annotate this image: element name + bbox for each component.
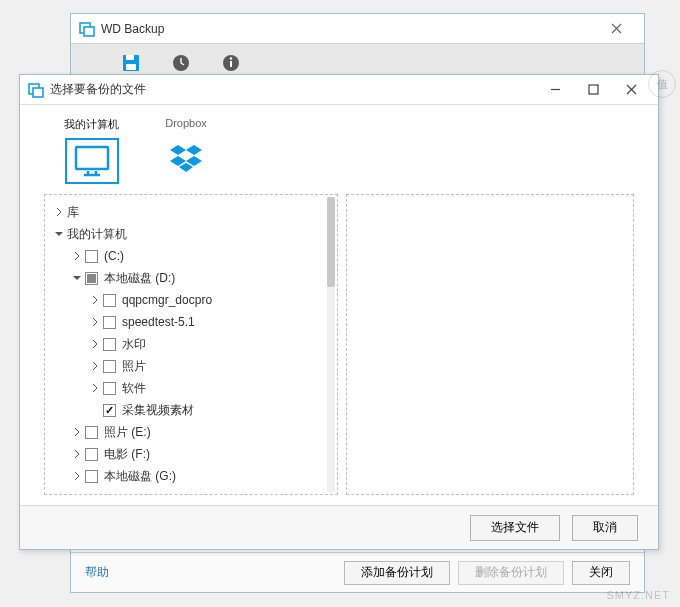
expander-icon[interactable] (89, 316, 101, 328)
select-files-dialog: 选择要备份的文件 我的计算机 Dropbox (19, 74, 659, 550)
floppy-icon (121, 53, 141, 73)
svg-rect-11 (589, 85, 598, 94)
expander-icon[interactable] (89, 382, 101, 394)
svg-rect-4 (126, 64, 136, 70)
checkbox[interactable] (103, 338, 116, 351)
expander-icon[interactable] (71, 426, 83, 438)
source-dropbox-label: Dropbox (159, 117, 213, 129)
tree-node-photos-e[interactable]: 照片 (E:) (49, 421, 333, 443)
node-label: 我的计算机 (67, 226, 127, 243)
tree-node-caiji[interactable]: 采集视频素材 (49, 399, 333, 421)
tree-node-ruanjian[interactable]: 软件 (49, 377, 333, 399)
node-label: 采集视频素材 (122, 402, 194, 419)
node-label: 本地磁盘 (G:) (104, 468, 176, 485)
expander-icon[interactable] (71, 470, 83, 482)
svg-rect-3 (126, 55, 134, 60)
node-label: qqpcmgr_docpro (122, 293, 212, 307)
svg-rect-10 (33, 88, 43, 97)
source-my-computer[interactable]: 我的计算机 (64, 117, 119, 184)
svg-rect-7 (230, 61, 232, 67)
tree-node-drive-d[interactable]: 本地磁盘 (D:) (49, 267, 333, 289)
node-label: 本地磁盘 (D:) (104, 270, 175, 287)
expander-icon[interactable] (89, 294, 101, 306)
select-files-button[interactable]: 选择文件 (470, 515, 560, 541)
expander-icon[interactable] (89, 338, 101, 350)
dialog-footer: 选择文件 取消 (20, 505, 658, 549)
node-label: 电影 (F:) (104, 446, 150, 463)
minimize-button[interactable] (536, 75, 574, 104)
expander-icon[interactable] (71, 272, 83, 284)
node-label: 水印 (122, 336, 146, 353)
svg-rect-1 (84, 27, 94, 36)
checkbox-checked[interactable] (103, 404, 116, 417)
preview-panel (346, 194, 634, 495)
source-dropbox[interactable]: Dropbox (159, 117, 213, 184)
monitor-icon (72, 144, 112, 178)
delete-plan-button: 删除备份计划 (458, 561, 564, 585)
svg-rect-12 (76, 147, 108, 169)
checkbox[interactable] (85, 448, 98, 461)
tree-scrollbar[interactable] (327, 197, 335, 492)
close-button[interactable]: 关闭 (572, 561, 630, 585)
tree-node-qqpcmgr[interactable]: qqpcmgr_docpro (49, 289, 333, 311)
checkbox[interactable] (85, 426, 98, 439)
tree-node-speedtest[interactable]: speedtest-5.1 (49, 311, 333, 333)
tree-node-drive-g[interactable]: 本地磁盘 (G:) (49, 465, 333, 487)
checkbox[interactable] (103, 382, 116, 395)
source-my-computer-label: 我的计算机 (64, 117, 119, 132)
source-tabs: 我的计算机 Dropbox (20, 105, 658, 194)
expander-icon[interactable] (89, 360, 101, 372)
svg-point-8 (230, 57, 232, 59)
tree-node-drive-c[interactable]: (C:) (49, 245, 333, 267)
maximize-button[interactable] (574, 75, 612, 104)
parent-titlebar: WD Backup (71, 14, 644, 44)
node-label: 照片 (E:) (104, 424, 151, 441)
file-tree: 库 我的计算机 (C:) 本地磁盘 (D:) (45, 195, 337, 493)
checkbox[interactable] (85, 250, 98, 263)
tree-node-shuiyin[interactable]: 水印 (49, 333, 333, 355)
scrollbar-thumb[interactable] (327, 197, 335, 287)
tree-node-my-computer[interactable]: 我的计算机 (49, 223, 333, 245)
parent-title: WD Backup (101, 22, 596, 36)
dialog-icon (28, 82, 44, 98)
add-plan-button[interactable]: 添加备份计划 (344, 561, 450, 585)
dialog-title: 选择要备份的文件 (50, 81, 536, 98)
dialog-close-button[interactable] (612, 75, 650, 104)
checkbox[interactable] (103, 316, 116, 329)
tree-node-zhaopian[interactable]: 照片 (49, 355, 333, 377)
node-label: 照片 (122, 358, 146, 375)
expander-icon[interactable] (71, 448, 83, 460)
tree-node-movies-f[interactable]: 电影 (F:) (49, 443, 333, 465)
node-label: speedtest-5.1 (122, 315, 195, 329)
node-label: 软件 (122, 380, 146, 397)
clock-icon (171, 53, 191, 73)
expander-icon[interactable] (53, 206, 65, 218)
expander-icon[interactable] (71, 250, 83, 262)
parent-footer: 帮助 添加备份计划 删除备份计划 关闭 (71, 552, 644, 592)
checkbox[interactable] (103, 360, 116, 373)
dropbox-icon (166, 141, 206, 175)
checkbox-partial[interactable] (85, 272, 98, 285)
node-label: (C:) (104, 249, 124, 263)
help-link[interactable]: 帮助 (85, 564, 109, 581)
checkbox[interactable] (103, 294, 116, 307)
info-icon (221, 53, 241, 73)
tree-node-library[interactable]: 库 (49, 201, 333, 223)
expander-icon[interactable] (53, 228, 65, 240)
node-label: 库 (67, 204, 79, 221)
parent-close-button[interactable] (596, 21, 636, 37)
app-icon (79, 21, 95, 37)
dialog-titlebar: 选择要备份的文件 (20, 75, 658, 105)
tree-panel: 库 我的计算机 (C:) 本地磁盘 (D:) (44, 194, 338, 495)
checkbox[interactable] (85, 470, 98, 483)
cancel-button[interactable]: 取消 (572, 515, 638, 541)
